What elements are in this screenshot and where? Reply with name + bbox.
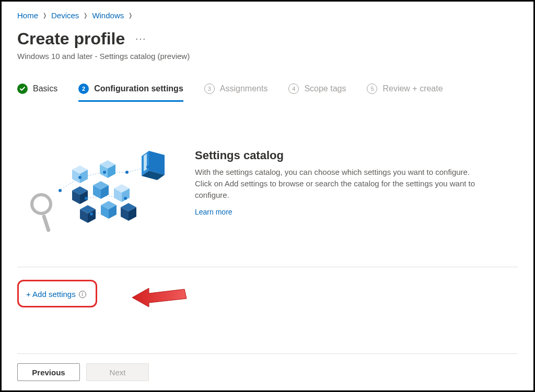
- next-button: Next: [86, 363, 149, 381]
- learn-more-link[interactable]: Learn more: [195, 208, 232, 216]
- content-area: Settings catalog With the settings catal…: [17, 149, 518, 237]
- chevron-right-icon: ❭: [128, 12, 133, 19]
- step-assignments[interactable]: 3 Assignments: [204, 84, 268, 102]
- step-number-badge: 3: [204, 84, 215, 94]
- chevron-right-icon: ❭: [42, 12, 47, 19]
- step-configuration-settings[interactable]: 2 Configuration settings: [78, 84, 183, 102]
- previous-button[interactable]: Previous: [17, 363, 80, 381]
- svg-point-32: [103, 171, 106, 174]
- svg-point-31: [78, 176, 82, 179]
- svg-point-30: [59, 189, 62, 192]
- window-frame: Home ❭ Devices ❭ Windows ❭ Create profil…: [0, 0, 535, 392]
- svg-marker-26: [149, 151, 165, 175]
- checkmark-icon: [17, 84, 28, 94]
- breadcrumb: Home ❭ Devices ❭ Windows ❭: [17, 11, 518, 20]
- settings-catalog-description: With the settings catalog, you can choos…: [195, 167, 477, 200]
- svg-point-37: [90, 212, 93, 216]
- settings-catalog-heading: Settings catalog: [195, 149, 477, 162]
- wizard-steps: Basics 2 Configuration settings 3 Assign…: [17, 84, 518, 102]
- step-label: Basics: [33, 84, 57, 93]
- annotation-arrow-icon: [132, 282, 190, 313]
- page-subtitle: Windows 10 and later - Settings catalog …: [17, 52, 518, 61]
- breadcrumb-link-devices[interactable]: Devices: [51, 11, 79, 20]
- step-number-badge: 4: [288, 84, 299, 94]
- page-title: Create profile: [17, 29, 125, 49]
- step-number-badge: 2: [78, 84, 89, 94]
- svg-point-33: [125, 171, 129, 174]
- step-label: Review + create: [382, 84, 443, 93]
- more-actions-button[interactable]: ···: [134, 32, 147, 45]
- breadcrumb-link-home[interactable]: Home: [17, 11, 38, 20]
- svg-point-36: [124, 197, 127, 200]
- step-label: Configuration settings: [94, 84, 183, 93]
- step-basics[interactable]: Basics: [17, 84, 57, 102]
- add-settings-button[interactable]: + Add settings i: [26, 290, 86, 299]
- step-number-badge: 5: [367, 84, 377, 94]
- step-label: Scope tags: [304, 84, 346, 93]
- svg-point-0: [32, 195, 51, 213]
- svg-marker-38: [132, 288, 187, 307]
- settings-catalog-text: Settings catalog With the settings catal…: [195, 149, 477, 237]
- chevron-right-icon: ❭: [83, 12, 88, 19]
- settings-catalog-illustration: [22, 149, 174, 237]
- svg-point-35: [85, 197, 88, 200]
- add-settings-callout: + Add settings i: [17, 280, 97, 307]
- info-icon[interactable]: i: [79, 291, 86, 298]
- page-header: Create profile ···: [17, 29, 518, 49]
- add-settings-label: + Add settings: [26, 290, 76, 299]
- breadcrumb-link-windows[interactable]: Windows: [92, 11, 124, 20]
- svg-rect-29: [144, 153, 147, 171]
- svg-rect-1: [42, 215, 51, 232]
- svg-point-34: [146, 165, 149, 169]
- step-label: Assignments: [220, 84, 268, 93]
- step-scope-tags[interactable]: 4 Scope tags: [288, 84, 346, 102]
- wizard-footer: Previous Next: [17, 353, 518, 390]
- step-review-create[interactable]: 5 Review + create: [367, 84, 443, 102]
- divider: [17, 267, 518, 267]
